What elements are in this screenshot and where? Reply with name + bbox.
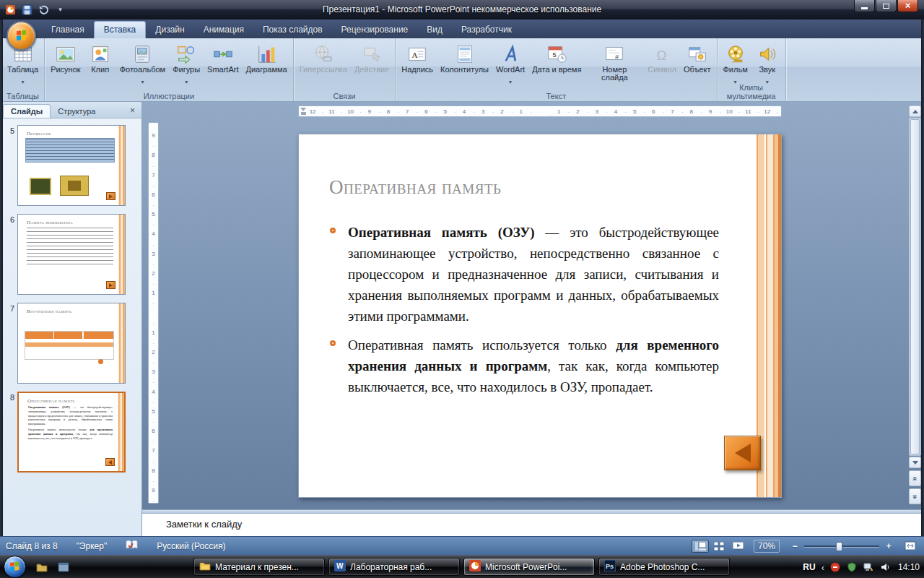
horizontal-ruler[interactable]: 121110987654321123456789101112 xyxy=(298,105,782,117)
ruler-number: 1 xyxy=(149,283,158,303)
tab-design[interactable]: Дизайн xyxy=(146,21,193,38)
slide-5-thumbnail[interactable]: Процессор xyxy=(17,125,126,206)
network-icon[interactable] xyxy=(863,562,874,573)
close-button[interactable] xyxy=(897,0,918,12)
theme-name-button[interactable]: "Эркер" xyxy=(77,541,108,551)
taskbar-button-explorer[interactable]: Материал к презен... xyxy=(193,558,325,576)
tab-slideshow[interactable]: Показ слайдов xyxy=(253,21,332,38)
button-label: SmartArt xyxy=(207,66,238,74)
ruler-number: 12 xyxy=(303,108,322,115)
next-slide-button[interactable]: » xyxy=(909,488,921,504)
slide-body-text[interactable]: Оперативная память (ОЗУ) — это быстродей… xyxy=(329,223,719,407)
taskbar-button-photoshop[interactable]: Ps Adobe Photoshop C... xyxy=(598,558,730,576)
previous-slide-button[interactable]: « xyxy=(909,470,921,486)
back-action-button[interactable] xyxy=(724,436,761,470)
action-button[interactable]: Действие xyxy=(351,40,393,91)
tray-icon-red[interactable] xyxy=(830,562,841,573)
zoom-out-button[interactable]: − xyxy=(790,541,800,551)
slide-8-thumbnail[interactable]: Оперативная память Оперативная память (О… xyxy=(17,392,126,473)
object-button[interactable]: Объект xyxy=(680,40,714,91)
notes-pane[interactable]: Заметки к слайду xyxy=(142,509,924,536)
notes-placeholder[interactable]: Заметки к слайду xyxy=(166,519,924,530)
tab-view[interactable]: Вид xyxy=(417,21,452,38)
maximize-button[interactable] xyxy=(876,0,897,12)
clipart-button[interactable]: Клип xyxy=(84,40,116,91)
ruler-number: 8 xyxy=(682,108,701,115)
title-bar[interactable]: Презентация1 - Microsoft PowerPoint неко… xyxy=(0,0,924,20)
textbox-button[interactable]: A Надпись xyxy=(398,40,437,91)
zoom-slider[interactable] xyxy=(804,541,879,551)
pane-tabs: Слайды Структура xyxy=(0,102,141,118)
notes-splitter[interactable] xyxy=(142,510,924,514)
taskbar-button-word[interactable]: W Лабораторная раб... xyxy=(328,558,460,576)
tab-insert[interactable]: Вставка xyxy=(94,21,147,38)
slideshow-view-button[interactable] xyxy=(729,540,746,553)
normal-view-button[interactable] xyxy=(692,540,709,553)
tab-home[interactable]: Главная xyxy=(42,21,94,38)
tray-icon-shield[interactable] xyxy=(847,562,858,573)
svg-text:5: 5 xyxy=(553,51,557,58)
button-label: Действие xyxy=(354,66,389,74)
button-label: Объект xyxy=(684,66,710,74)
volume-icon[interactable] xyxy=(880,562,891,573)
show-hidden-icons-button[interactable]: ‹ xyxy=(821,562,824,573)
language-indicator[interactable]: RU xyxy=(803,562,815,572)
status-bar: Слайд 8 из 8 "Эркер" Русский (Россия) 70… xyxy=(0,536,924,555)
scroll-up-button[interactable] xyxy=(909,105,921,117)
wordart-button[interactable]: WordArt xyxy=(492,40,528,91)
datetime-icon: 5 xyxy=(545,42,568,66)
zoom-slider-thumb[interactable] xyxy=(836,542,842,551)
slide-title[interactable]: Оперативная память xyxy=(329,176,501,199)
header-footer-button[interactable]: Колонтитулы xyxy=(437,40,492,91)
ruler-number: 1 xyxy=(549,108,568,115)
ruler-number: 6 xyxy=(644,108,663,115)
tab-developer[interactable]: Разработчик xyxy=(452,21,521,38)
slide-6-thumbnail[interactable]: Память компьютера xyxy=(17,214,126,295)
vertical-ruler[interactable]: 987654321123456789 xyxy=(148,122,159,504)
office-button[interactable] xyxy=(6,21,36,51)
photo-album-button[interactable]: Фотоальбом xyxy=(116,40,170,91)
action-arrow-icon xyxy=(106,192,116,200)
taskbar-button-powerpoint[interactable]: Microsoft PowerPoi... xyxy=(463,558,595,576)
scrollbar-thumb[interactable] xyxy=(910,119,920,454)
quick-launch-window-icon[interactable] xyxy=(56,560,71,574)
tab-animation[interactable]: Анимация xyxy=(194,21,253,38)
slide-7-thumbnail[interactable]: Внутренняя память xyxy=(17,303,126,384)
tab-slides[interactable]: Слайды xyxy=(3,104,51,118)
slide-number-label: 6 xyxy=(4,214,17,295)
spelling-status-icon[interactable] xyxy=(126,540,138,553)
language-button[interactable]: Русский (Россия) xyxy=(157,541,225,551)
picture-button[interactable]: Рисунок xyxy=(47,40,84,91)
quick-launch-explorer-icon[interactable] xyxy=(35,560,49,574)
minimize-button[interactable] xyxy=(854,0,875,12)
scroll-down-button[interactable] xyxy=(909,457,921,468)
datetime-button[interactable]: 5 Дата и время xyxy=(528,40,585,91)
symbol-button[interactable]: Ω Символ xyxy=(644,40,680,91)
double-chevron-up-icon: « xyxy=(911,476,920,480)
button-label: Колонтитулы xyxy=(440,66,489,74)
start-button[interactable] xyxy=(4,556,26,578)
ruler-number: 5 xyxy=(149,204,158,224)
tab-outline[interactable]: Структура xyxy=(51,105,103,118)
clock[interactable]: 14:10 xyxy=(898,562,920,572)
tab-review[interactable]: Рецензирование xyxy=(332,21,418,38)
slide-canvas[interactable]: Оперативная память Оперативная память (О… xyxy=(298,134,782,498)
scrollbar-track[interactable] xyxy=(909,118,921,456)
minimize-icon xyxy=(861,7,868,9)
sound-icon xyxy=(756,42,779,66)
smartart-button[interactable]: SmartArt xyxy=(204,40,242,91)
photo-album-icon xyxy=(131,42,154,66)
ruler-number: 5 xyxy=(625,108,644,115)
thumbnail-row: 5 Процессор xyxy=(4,125,141,206)
slide-sorter-view-button[interactable] xyxy=(710,540,728,553)
chart-button[interactable]: Диаграмма xyxy=(243,40,291,91)
zoom-in-button[interactable]: + xyxy=(884,541,894,551)
ruler-number: 7 xyxy=(149,165,158,185)
hyperlink-button[interactable]: Гиперссылка xyxy=(296,40,351,91)
close-pane-button[interactable] xyxy=(127,105,138,116)
shapes-button[interactable]: Фигуры xyxy=(169,40,204,91)
zoom-level-button[interactable]: 70% xyxy=(754,540,780,553)
fit-slide-to-window-button[interactable] xyxy=(902,540,918,553)
thumb-text-lines xyxy=(27,228,113,265)
ribbon-group-links: Гиперссылка Действие Связи xyxy=(294,38,396,101)
